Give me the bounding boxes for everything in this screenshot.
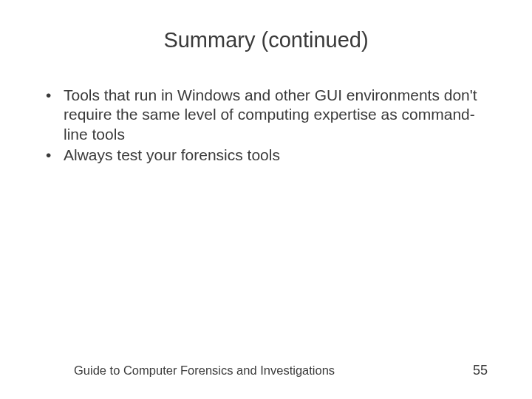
footer-text: Guide to Computer Forensics and Investig… [74, 364, 335, 378]
slide-container: Summary (continued) Tools that run in Wi… [0, 0, 532, 399]
slide-footer: Guide to Computer Forensics and Investig… [0, 363, 532, 378]
bullet-list: Tools that run in Windows and other GUI … [37, 86, 495, 165]
page-number: 55 [473, 363, 488, 378]
list-item: Always test your forensics tools [46, 146, 495, 165]
list-item: Tools that run in Windows and other GUI … [46, 86, 495, 144]
slide-title: Summary (continued) [37, 28, 495, 52]
